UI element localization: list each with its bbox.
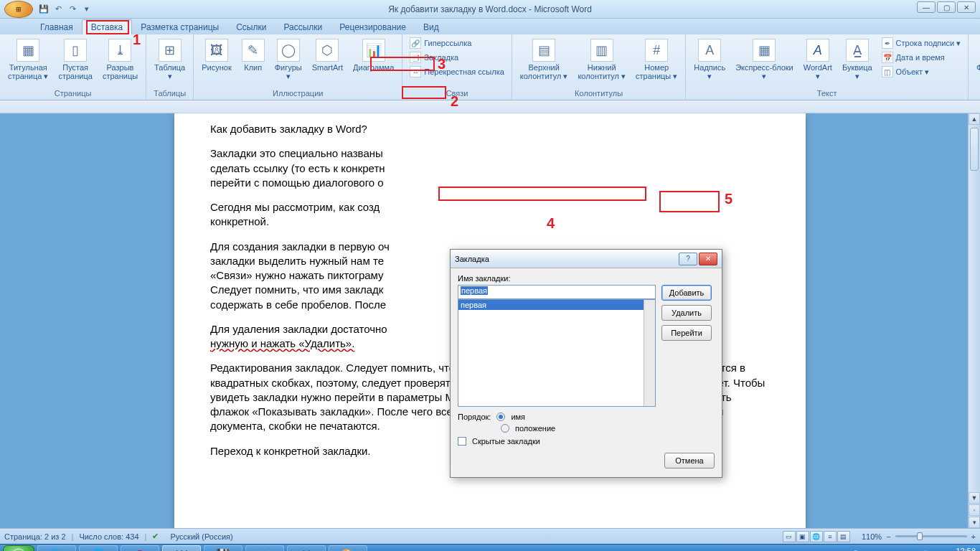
scroll-up-icon[interactable]: ▲ [969,113,980,125]
hidden-bookmarks-checkbox[interactable] [458,437,466,446]
object-button[interactable]: ◫Объект ▾ [879,65,964,78]
add-button[interactable]: Добавить [661,285,712,301]
zoom-slider[interactable] [895,535,967,537]
tab-review[interactable]: Рецензирование [331,20,415,34]
textbox-button[interactable]: AНадпись ▾ [690,37,729,83]
ribbon: ▦Титульная страница ▾ ▯Пустая страница ⤓… [0,34,980,100]
group-header-footer: ▤Верхний колонтитул ▾ ▥Нижний колонтитул… [512,34,687,100]
next-page-icon[interactable]: ▾ [969,517,980,528]
cross-reference-button[interactable]: ↔Перекрестная ссылка [407,65,507,78]
picture-button[interactable]: 🖼Рисунок [198,37,235,74]
goto-button[interactable]: Перейти [661,325,712,341]
quick-access-toolbar: 💾 ↶ ↷ ▾ [39,4,92,14]
proofing-icon[interactable]: ✔ [152,532,159,541]
clipart-button[interactable]: ✎Клип [238,37,268,74]
date-icon: 📅 [882,52,893,63]
taskbar-explorer[interactable]: 📁 [245,545,284,552]
header-button[interactable]: ▤Верхний колонтитул ▾ [517,37,572,83]
doc-paragraph: Закладки это специально названы сделать … [210,146,770,190]
qat-save-icon[interactable]: 💾 [39,4,49,14]
group-text-label: Текст [690,88,963,100]
table-button[interactable]: ⊞Таблица ▾ [151,37,189,83]
signature-line-button[interactable]: ✒Строка подписи ▾ [879,37,964,50]
taskbar-app-save[interactable]: 💾 [204,545,242,552]
group-links: 🔗Гиперссылка 📑Закладка ↔Перекрестная ссы… [402,34,512,100]
taskbar-opera[interactable]: O [121,545,159,552]
view-web[interactable]: 🌐 [810,531,823,542]
bookmark-list-item[interactable]: первая [458,300,655,310]
date-time-button[interactable]: 📅Дата и время [879,51,964,64]
view-outline[interactable]: ≡ [824,531,837,542]
view-draft[interactable]: ▤ [837,531,850,542]
dropcap-button[interactable]: A̲Буквица ▾ [839,37,876,83]
close-button[interactable]: ✕ [957,1,976,13]
dialog-titlebar[interactable]: Закладка ? ✕ [451,250,722,268]
cancel-button[interactable]: Отмена [664,453,715,468]
view-print-layout[interactable]: ▭ [783,531,796,542]
minimize-button[interactable]: — [917,1,936,13]
view-buttons: ▭ ▣ 🌐 ≡ ▤ [783,531,850,542]
status-words[interactable]: Число слов: 434 [79,532,138,541]
zoom-value[interactable]: 110% [862,532,882,541]
bookmark-name-input[interactable]: первая [458,285,656,299]
sort-position-radio[interactable] [501,424,509,433]
qat-undo-icon[interactable]: ↶ [53,4,63,14]
annotation-num-5: 5 [725,191,732,207]
dialog-close-button[interactable]: ✕ [699,253,717,265]
zoom-out-icon[interactable]: − [886,532,890,541]
smartart-button[interactable]: ⬡SmartArt [308,37,347,74]
taskbar-skype[interactable]: Ⓢ [37,545,76,552]
tab-mailings[interactable]: Рассылки [275,20,331,34]
dialog-help-button[interactable]: ? [679,253,697,265]
delete-button[interactable]: Удалить [661,305,712,321]
qat-customize-icon[interactable]: ▾ [82,4,92,14]
scroll-down-icon[interactable]: ▼ [969,492,980,504]
bookmark-list[interactable]: первая [458,299,656,407]
annotation-num-4: 4 [547,215,555,232]
maximize-button[interactable]: ▢ [937,1,956,13]
qat-redo-icon[interactable]: ↷ [67,4,77,14]
wordart-button[interactable]: AWordArt ▾ [800,37,836,83]
taskbar-word[interactable]: W [162,545,201,552]
tab-references[interactable]: Ссылки [227,20,275,34]
footer-button[interactable]: ▥Нижний колонтитул ▾ [574,37,629,83]
hyperlink-button[interactable]: 🔗Гиперссылка [407,37,507,50]
group-text: AНадпись ▾ ▦Экспресс-блоки ▾ AWordArt ▾ … [686,34,969,100]
tab-insert[interactable]: Вставка [82,19,133,34]
zoom-in-icon[interactable]: + [971,532,976,541]
ribbon-tabs: Главная Вставка Разметка страницы Ссылки… [0,19,980,34]
taskbar-chrome[interactable]: 🌐 [79,545,118,552]
window-title: Як добавити закладку в Word.docx - Micro… [388,4,592,14]
hidden-bookmarks-label: Скрытые закладки [472,437,540,446]
tab-home[interactable]: Главная [32,20,82,34]
view-fullscreen[interactable]: ▣ [796,531,809,542]
office-button[interactable]: ⊞ [4,1,33,18]
blank-page-button[interactable]: ▯Пустая страница [55,37,95,83]
bookmark-button[interactable]: 📑Закладка [407,51,507,64]
chart-button[interactable]: 📊Диаграмма [349,37,397,74]
quick-parts-button[interactable]: ▦Экспресс-блоки ▾ [732,37,797,83]
horizontal-ruler[interactable] [0,100,980,113]
status-lang[interactable]: Русский (Россия) [170,532,232,541]
start-button[interactable] [3,545,34,552]
page-number-button[interactable]: #Номер страницы ▾ [632,37,681,83]
taskbar-excel[interactable]: X [287,545,326,552]
prev-page-icon[interactable]: ◦ [969,504,980,516]
shapes-button[interactable]: ◯Фигуры ▾ [271,37,306,83]
group-illustrations-label: Иллюстрации [198,88,397,100]
tab-page-layout[interactable]: Разметка страницы [132,20,227,34]
doc-heading: Как добавить закладку в Word? [210,122,770,136]
tab-view[interactable]: Вид [415,20,448,34]
equation-button[interactable]: πФормула ▾ [973,37,980,83]
scroll-thumb[interactable] [970,128,979,171]
vertical-scrollbar[interactable]: ▲ ▼ ◦ ▾ [968,113,980,528]
status-page[interactable]: Страница: 2 из 2 [4,532,66,541]
annotation-num-3: 3 [438,56,446,72]
list-scrollbar[interactable] [644,300,655,406]
cover-page-button[interactable]: ▦Титульная страница ▾ [4,37,52,83]
tray-clock[interactable]: 12:58 16.12.2016 [936,547,976,552]
svg-point-0 [12,549,25,552]
sort-name-radio[interactable] [496,413,505,421]
taskbar-paint[interactable]: 🎨 [329,545,367,552]
group-pages-label: Страницы [4,88,141,100]
